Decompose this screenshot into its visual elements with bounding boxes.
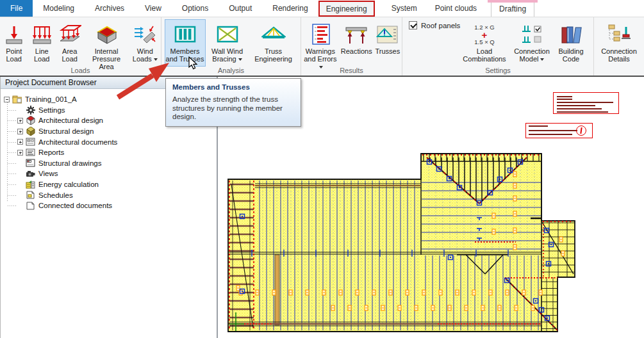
wall-wind-bracing-label: Wall Wind Bracing [208, 47, 247, 63]
line-load-icon [31, 22, 53, 47]
wall-wind-bracing-icon [216, 22, 239, 47]
application-window: File Modeling Archives View Options Outp… [0, 0, 644, 338]
tree-item-label: Schedules [38, 191, 73, 199]
warnings-and-errors-icon [310, 22, 331, 47]
expand-icon[interactable] [17, 139, 23, 145]
plus-icon: + [482, 31, 488, 39]
titleblock-annotation-1 [553, 92, 619, 114]
tree-item-energy-calculation[interactable]: Energy calculation [1, 179, 217, 190]
truss-engineering-button[interactable]: Truss Engineering [249, 19, 298, 63]
settings-gear-icon [26, 106, 35, 115]
load-combination-bottom-text: 1.5 × Q [474, 39, 494, 45]
tab-archives[interactable]: Archives [91, 0, 128, 17]
connection-details-icon [606, 22, 632, 47]
project-folder-icon [12, 95, 22, 104]
schedules-icon [26, 191, 35, 200]
building-code-icon [559, 22, 582, 47]
load-combinations-label: Load Combinations [460, 47, 509, 63]
wall-wind-bracing-button[interactable]: Wall Wind Bracing [207, 19, 248, 63]
expand-icon[interactable] [17, 129, 23, 134]
truss-engineering-icon [261, 22, 286, 47]
area-load-button[interactable]: Area Load [56, 19, 83, 63]
building-code-label: Building Code [555, 47, 587, 63]
load-combinations-button[interactable]: 1.2 × G + 1.5 × Q Load Combinations [459, 19, 509, 63]
tree-item-label: Views [38, 170, 58, 177]
internal-pressure-area-icon [95, 22, 118, 47]
structural-design-icon [26, 127, 35, 136]
ribbon-group-analysis: Members and Trusses Wall Wind Bracing Tr… [161, 17, 301, 76]
tab-rendering[interactable]: Rendering [268, 0, 311, 17]
tab-output[interactable]: Output [225, 0, 256, 17]
tree-item-label: Energy calculation [38, 181, 99, 188]
reports-icon [26, 148, 35, 157]
collapse-icon[interactable] [4, 97, 10, 102]
titleblock-annotation-2 [525, 123, 593, 138]
connection-model-icon [520, 22, 543, 47]
roof-panels-label: Roof panels [421, 22, 460, 29]
north-symbol-icon [576, 125, 586, 136]
group-label-settings: Settings [402, 67, 593, 74]
ribbon-group-results: Warnings and Errors Reactions Trusses Re… [301, 17, 402, 76]
connection-model-button[interactable]: Connection Model [511, 19, 553, 63]
area-load-icon [58, 22, 81, 47]
architectural-documents-icon [26, 138, 35, 147]
point-load-button[interactable]: Point Load [1, 19, 27, 63]
building-code-button[interactable]: Building Code [554, 19, 588, 63]
structural-drawings-icon [26, 159, 35, 168]
area-load-label: Area Load [57, 47, 82, 63]
trusses-result-icon [376, 22, 399, 47]
tree-item-label: Structural drawings [38, 159, 101, 167]
roof-panels-checkbox[interactable] [409, 21, 417, 29]
tree-item-schedules[interactable]: Schedules [1, 189, 217, 200]
tree-item-label: Architectural documents [38, 138, 117, 146]
reactions-icon [343, 22, 369, 47]
tab-file[interactable]: File [0, 0, 33, 17]
ribbon: Point Load Line Load Area Load Internal … [0, 17, 644, 77]
tree-item-reports[interactable]: Reports [1, 147, 217, 158]
expand-icon[interactable] [17, 150, 23, 156]
tree-item-label: Architectural design [38, 117, 103, 124]
connection-details-button[interactable]: Connection Details [597, 19, 641, 63]
expand-icon[interactable] [17, 118, 23, 124]
tooltip-body: Analyze the strength of the truss struct… [172, 95, 294, 122]
mouse-cursor-icon [188, 56, 198, 70]
architectural-design-icon [26, 116, 35, 125]
tree-item-label: Connected documents [38, 202, 112, 209]
tree-item-label: Structural design [38, 127, 94, 135]
warnings-and-errors-button[interactable]: Warnings and Errors [302, 19, 339, 71]
tree-item-structural-drawings[interactable]: Structural drawings [1, 158, 217, 169]
trusses-label: Trusses [375, 47, 400, 55]
tab-options[interactable]: Options [178, 0, 212, 17]
tab-view[interactable]: View [141, 0, 165, 17]
point-load-icon [3, 22, 25, 47]
tooltip-title: Members and Trusses [172, 83, 294, 91]
tab-drafting[interactable]: Drafting [491, 0, 534, 17]
line-load-button[interactable]: Line Load [28, 19, 54, 63]
tree-item-views[interactable]: Views [1, 168, 217, 179]
tree-item-architectural-documents[interactable]: Architectural documents [1, 136, 217, 147]
reactions-button[interactable]: Reactions [340, 19, 373, 56]
tree-item-label: Settings [38, 106, 65, 114]
load-combinations-icon: 1.2 × G + 1.5 × Q [474, 22, 494, 47]
tab-modeling[interactable]: Modeling [39, 0, 78, 17]
tree-item-connected-documents[interactable]: Connected documents [1, 200, 217, 211]
tree-item-structural-design[interactable]: Structural design [1, 126, 217, 137]
group-label-analysis: Analysis [161, 67, 301, 74]
connected-documents-icon [26, 201, 35, 210]
dropdown-caret-icon [540, 58, 544, 61]
energy-calculation-icon [26, 180, 35, 189]
trusses-button[interactable]: Trusses [374, 19, 401, 56]
members-and-trusses-icon [174, 22, 197, 47]
tree-item-label: Reports [38, 149, 64, 156]
annotation-red-arrow [114, 58, 175, 100]
wind-loads-button[interactable]: Wind Loads [130, 19, 160, 63]
tab-engineering[interactable]: Engineering [318, 1, 375, 17]
views-camera-icon [26, 169, 35, 178]
group-label-results: Results [301, 67, 402, 74]
dropdown-caret-icon [238, 58, 242, 61]
roof-panels-checkbox-row: Roof panels [409, 21, 460, 29]
tab-system[interactable]: System [388, 0, 421, 17]
tab-point-clouds[interactable]: Point clouds [431, 0, 481, 17]
ribbon-group-settings: Roof panels 1.2 × G + 1.5 × Q Load Combi… [402, 17, 594, 76]
tree-item-label: Training_001_A [25, 95, 77, 103]
